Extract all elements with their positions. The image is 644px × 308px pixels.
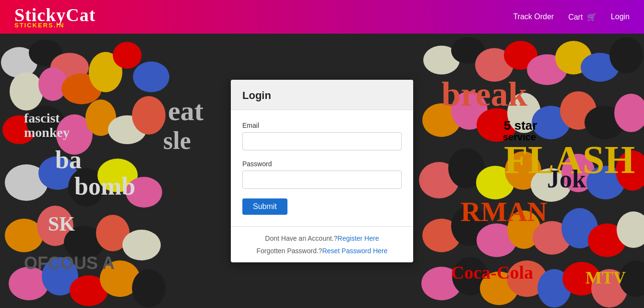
login-link[interactable]: Login xyxy=(611,12,630,21)
modal-footer: Dont Have an Account.? Register Here For… xyxy=(231,226,413,262)
password-input[interactable] xyxy=(242,171,402,189)
logo-main-text: StickyCat xyxy=(14,6,95,24)
header-nav: Track Order Cart 🛒 Login xyxy=(513,12,630,22)
email-group: Email xyxy=(242,122,402,150)
reset-password-link[interactable]: Reset Password Here xyxy=(322,247,387,255)
modal-title: Login xyxy=(242,89,402,102)
modal-body: Email Password Submit xyxy=(231,110,413,226)
email-input[interactable] xyxy=(242,132,402,150)
header: StickyCat STICKERS.IN Track Order Cart 🛒… xyxy=(0,0,644,34)
forgot-text: Forgotten Password.? xyxy=(256,247,322,255)
track-order-link[interactable]: Track Order xyxy=(513,12,554,21)
logo-sub-text: STICKERS.IN xyxy=(14,22,95,28)
modal-header: Login xyxy=(231,80,413,110)
register-text: Dont Have an Account.? xyxy=(265,234,337,242)
password-label: Password xyxy=(242,160,402,168)
login-modal: Login Email Password Submit Dont Have an… xyxy=(231,80,413,262)
forgot-row: Forgotten Password.? Reset Password Here xyxy=(242,247,402,255)
cart-icon: 🛒 xyxy=(587,12,596,22)
register-row: Dont Have an Account.? Register Here xyxy=(242,234,402,242)
cart-link[interactable]: Cart 🛒 xyxy=(568,12,596,22)
background-area: fascist monkey ba bomb SK eat sle break … xyxy=(0,34,644,308)
password-group: Password xyxy=(242,160,402,189)
email-label: Email xyxy=(242,122,402,129)
cart-label: Cart xyxy=(568,13,583,21)
register-link[interactable]: Register Here xyxy=(337,234,379,242)
modal-overlay: Login Email Password Submit Dont Have an… xyxy=(0,34,644,308)
logo: StickyCat STICKERS.IN xyxy=(14,6,95,28)
submit-button[interactable]: Submit xyxy=(242,198,287,215)
